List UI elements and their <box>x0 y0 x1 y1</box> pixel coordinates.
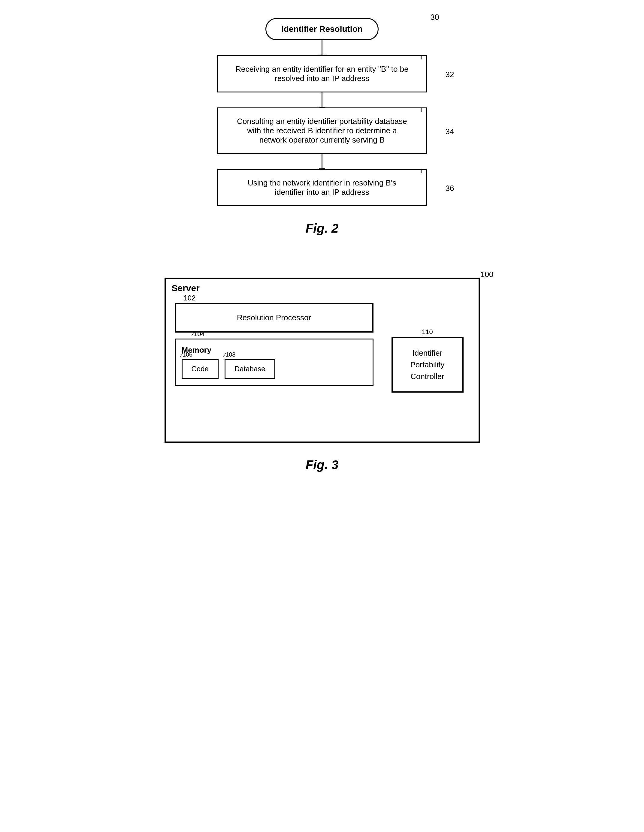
ref-36: 36 <box>445 184 454 193</box>
fig3-caption: Fig. 3 <box>306 458 339 472</box>
step-34-text: Consulting an entity identifier portabil… <box>237 117 407 144</box>
arrow-2 <box>322 93 322 107</box>
memory-inner: ⁄106 Code ⁄108 Database <box>182 359 367 379</box>
database-wrap: ⁄108 Database <box>224 359 275 379</box>
step-34-wrap: Consulting an entity identifier portabil… <box>208 107 436 154</box>
start-node-wrap: Identifier Resolution 30 <box>208 18 436 40</box>
arrow-1 <box>322 40 322 55</box>
database-box: Database <box>224 359 275 379</box>
ref-34: 34 <box>445 127 454 136</box>
resolution-processor-label: Resolution Processor <box>237 313 311 322</box>
figure-3: 100 Server 102 Resolution Processor ⁄104… <box>157 278 487 496</box>
identifier-wrap: 110 IdentifierPortabilityController <box>391 337 463 393</box>
code-wrap: ⁄106 Code <box>182 359 219 379</box>
step-34: Consulting an entity identifier portabil… <box>217 107 427 154</box>
resolution-processor-box: Resolution Processor <box>175 303 373 333</box>
step-36: Using the network identifier in resolvin… <box>217 169 427 206</box>
ref-106: ⁄106 <box>182 351 193 358</box>
server-box: 100 Server 102 Resolution Processor ⁄104… <box>165 278 480 443</box>
server-left: 102 Resolution Processor ⁄104 Memory ⁄10… <box>175 288 373 432</box>
memory-box: Memory ⁄106 Code ⁄108 <box>175 339 373 386</box>
memory-wrap: ⁄104 Memory ⁄106 Code ⁄108 <box>175 339 373 386</box>
code-label: Code <box>192 365 209 373</box>
corner-tick-32 <box>421 55 427 59</box>
start-node: Identifier Resolution <box>265 18 379 40</box>
server-right: 110 IdentifierPortabilityController <box>386 288 469 432</box>
figure-2: Identifier Resolution 30 Receiving an en… <box>187 18 457 260</box>
memory-label: Memory <box>182 346 367 355</box>
res-processor-wrap: 102 Resolution Processor <box>175 303 373 333</box>
ref-32: 32 <box>445 70 454 79</box>
step-36-text: Using the network identifier in resolvin… <box>248 178 396 197</box>
server-label: Server <box>172 283 200 293</box>
corner-tick-34 <box>421 107 427 112</box>
step-32-wrap: Receiving an entity identifier for an en… <box>208 55 436 93</box>
identifier-box: IdentifierPortabilityController <box>391 337 463 393</box>
corner-tick-36 <box>421 169 427 173</box>
code-box: Code <box>182 359 219 379</box>
ref-108: ⁄108 <box>224 351 235 358</box>
fig2-caption: Fig. 2 <box>306 221 339 235</box>
ref-104: ⁄104 <box>193 330 205 338</box>
ref-110: 110 <box>422 328 433 336</box>
start-ref: 30 <box>431 13 439 22</box>
ref-102: 102 <box>184 294 196 302</box>
identifier-label: IdentifierPortabilityController <box>410 349 444 381</box>
step-32: Receiving an entity identifier for an en… <box>217 55 427 93</box>
flowchart-fig2: Identifier Resolution 30 Receiving an en… <box>187 18 457 206</box>
arrow-3 <box>322 154 322 169</box>
start-node-label: Identifier Resolution <box>281 24 363 34</box>
database-label: Database <box>234 365 265 373</box>
step-36-wrap: Using the network identifier in resolvin… <box>208 169 436 206</box>
ref-100: 100 <box>481 270 493 279</box>
step-32-text: Receiving an entity identifier for an en… <box>235 64 409 83</box>
